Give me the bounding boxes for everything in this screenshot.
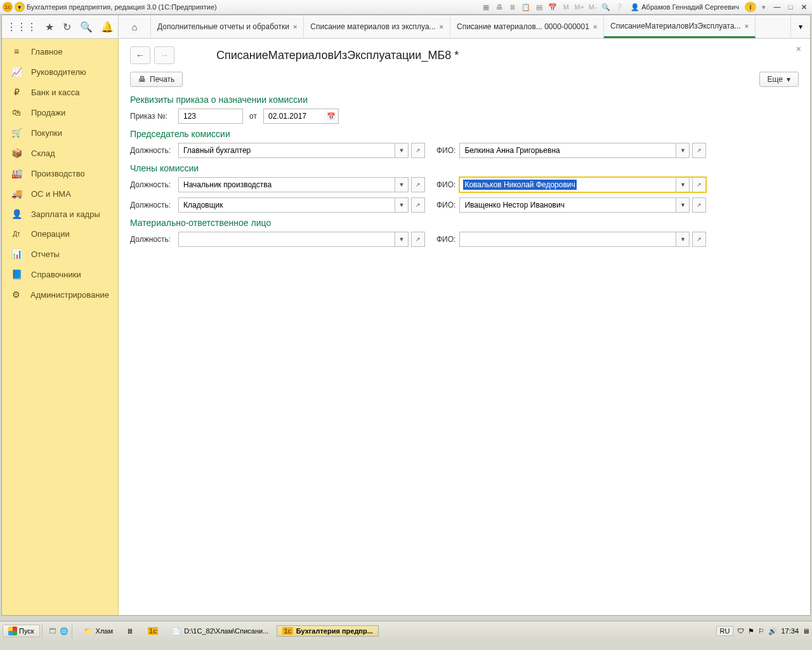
member1-fio-input[interactable]: Ковальков Николай Федорович xyxy=(463,180,576,190)
open-button[interactable]: ↗ xyxy=(692,143,706,158)
factory-icon: 🏭 xyxy=(11,168,22,178)
m-minus-btn[interactable]: M- xyxy=(587,2,598,12)
tab-close-icon[interactable]: × xyxy=(745,22,749,30)
taskbar-item-folder[interactable]: 📁Хлам xyxy=(78,625,119,637)
maximize-button[interactable]: □ xyxy=(785,2,796,12)
sidebar-item-admin[interactable]: ⚙Администрирование xyxy=(2,284,118,305)
tray-icon[interactable]: 🔊 xyxy=(768,627,777,635)
taskbar-item-active[interactable]: 1cБухгалтерия предпр... xyxy=(277,625,379,637)
bell-icon[interactable]: 🔔 xyxy=(101,21,114,33)
sidebar-item-sales[interactable]: 🛍Продажи xyxy=(2,102,118,123)
grid-icon[interactable]: ▤ xyxy=(534,2,545,12)
m-plus-btn[interactable]: M+ xyxy=(573,2,585,12)
tab-label: Дополнительные отчеты и обработки xyxy=(157,22,289,31)
taskbar-item-file[interactable]: 📄D:\1C_82\Хлам\Списани... xyxy=(166,625,274,637)
start-button[interactable]: Пуск xyxy=(3,625,40,637)
sidebar-item-warehouse[interactable]: 📦Склад xyxy=(2,143,118,163)
user-badge[interactable]: 👤 Абрамов Геннадий Сергеевич xyxy=(627,3,743,11)
sidebar-item-reports[interactable]: 📊Отчеты xyxy=(2,244,118,264)
dropdown-button[interactable]: ▼ xyxy=(395,197,409,213)
chairman-fio-input[interactable] xyxy=(463,145,672,156)
mol-fio-input[interactable] xyxy=(463,234,672,244)
help-icon[interactable]: ❔ xyxy=(613,2,625,12)
chairman-fio-label: ФИО: xyxy=(436,146,455,155)
dropdown-button[interactable]: ▼ xyxy=(676,197,690,213)
forward-button[interactable]: → xyxy=(154,46,174,64)
order-date-input[interactable] xyxy=(267,111,321,121)
doc-icon[interactable]: 🗎 xyxy=(507,2,518,12)
apps-icon[interactable]: ⋮⋮⋮ xyxy=(6,21,37,33)
sidebar-item-manager[interactable]: 📈Руководителю xyxy=(2,62,118,82)
sidebar-item-main[interactable]: ≡Главное xyxy=(2,41,118,62)
clipboard-icon[interactable]: 📋 xyxy=(520,2,532,12)
tab-close-icon[interactable]: × xyxy=(440,23,443,30)
open-button[interactable]: ↗ xyxy=(692,232,706,247)
taskbar-item-label: D:\1C_82\Хлам\Списани... xyxy=(184,627,268,635)
tab-home[interactable]: ⌂ xyxy=(119,15,151,38)
window-dropdown-icon[interactable]: ▾ xyxy=(758,2,769,12)
sidebar-item-purchases[interactable]: 🛒Покупки xyxy=(2,123,118,143)
member1-pos-input[interactable] xyxy=(182,180,391,190)
tab-close-icon[interactable]: × xyxy=(293,23,297,30)
tab-writeoff-doc[interactable]: Списание материалов... 0000-000001 × xyxy=(450,15,604,38)
chairman-pos-input[interactable] xyxy=(182,145,391,156)
dropdown-button[interactable]: ▼ xyxy=(676,177,690,192)
open-button[interactable]: ↗ xyxy=(411,143,425,158)
calendar-icon[interactable]: 📅 xyxy=(547,2,558,12)
lang-indicator[interactable]: RU xyxy=(716,626,734,636)
search-icon[interactable]: 🔍 xyxy=(80,21,93,33)
workspace: ≡Главное 📈Руководителю ₽Банк и касса 🛍Пр… xyxy=(2,39,810,615)
dropdown-button[interactable]: ▼ xyxy=(676,232,690,247)
toolbar-icon[interactable]: ▦ xyxy=(480,2,492,12)
order-num-input[interactable] xyxy=(182,111,239,121)
minimize-button[interactable]: — xyxy=(771,2,783,12)
sidebar-item-label: Покупки xyxy=(31,128,62,138)
dropdown-button[interactable]: ▼ xyxy=(395,232,409,247)
quicklaunch-icon[interactable]: 🗔 xyxy=(47,626,58,636)
tab-close-icon[interactable]: × xyxy=(593,23,597,30)
open-button[interactable]: ↗ xyxy=(692,197,706,213)
print-button[interactable]: 🖶 Печать xyxy=(130,72,183,87)
calendar-button[interactable]: 📅 xyxy=(324,109,339,124)
tray-icon[interactable]: ⚑ xyxy=(748,627,754,635)
mol-pos-input[interactable] xyxy=(182,234,391,244)
print-icon[interactable]: 🖶 xyxy=(494,2,505,12)
open-button[interactable]: ↗ xyxy=(411,177,425,192)
back-button[interactable]: ← xyxy=(130,46,150,64)
sidebar-item-bank[interactable]: ₽Банк и касса xyxy=(2,82,118,102)
sidebar-item-assets[interactable]: 🚚ОС и НМА xyxy=(2,183,118,204)
history-icon[interactable]: ↻ xyxy=(63,21,71,33)
dropdown-button[interactable]: ▼ xyxy=(676,143,690,158)
more-button[interactable]: Еще ▾ xyxy=(759,72,799,87)
member2-fio-input[interactable] xyxy=(463,200,672,210)
member2-pos-input[interactable] xyxy=(182,200,391,210)
taskbar-item[interactable]: 🗎 xyxy=(121,625,140,637)
tabs-overflow-button[interactable]: ▾ xyxy=(790,15,810,38)
star-icon[interactable]: ★ xyxy=(45,21,54,33)
tab-mb8[interactable]: СписаниеМатериаловИзЭксплуата... × xyxy=(604,15,756,38)
sidebar-item-production[interactable]: 🏭Производство xyxy=(2,163,118,183)
dropdown-button[interactable]: ▼ xyxy=(395,143,409,158)
m-btn[interactable]: M xyxy=(560,2,572,12)
show-desktop-icon[interactable]: 🖥 xyxy=(802,627,809,635)
info-icon[interactable]: i xyxy=(745,2,756,12)
taskbar-item-1c[interactable]: 1c xyxy=(142,625,164,637)
open-button[interactable]: ↗ xyxy=(411,232,425,247)
member2-fio-label: ФИО: xyxy=(436,201,455,209)
tab-reports[interactable]: Дополнительные отчеты и обработки × xyxy=(151,15,304,38)
tray-icon[interactable]: ⚐ xyxy=(758,627,764,635)
close-button[interactable]: ✕ xyxy=(798,2,809,12)
open-button[interactable]: ↗ xyxy=(411,197,425,213)
sidebar-item-catalogs[interactable]: 📘Справочники xyxy=(2,264,118,284)
tab-writeoff-list[interactable]: Списание материалов из эксплуа... × xyxy=(304,15,450,38)
open-button[interactable]: ↗ xyxy=(692,177,706,192)
tray-icon[interactable]: 🛡 xyxy=(737,627,744,635)
clock[interactable]: 17:34 xyxy=(781,627,799,635)
zoom-icon[interactable]: 🔍 xyxy=(600,2,612,12)
page-close-button[interactable]: × xyxy=(796,44,801,54)
quicklaunch-icon[interactable]: 🌐 xyxy=(58,626,70,636)
sidebar-item-operations[interactable]: ДтОперации xyxy=(2,224,118,244)
dropdown-button[interactable]: ▼ xyxy=(395,177,409,192)
sidebar-item-payroll[interactable]: 👤Зарплата и кадры xyxy=(2,204,118,224)
dropdown-icon[interactable]: ▾ xyxy=(15,2,25,12)
